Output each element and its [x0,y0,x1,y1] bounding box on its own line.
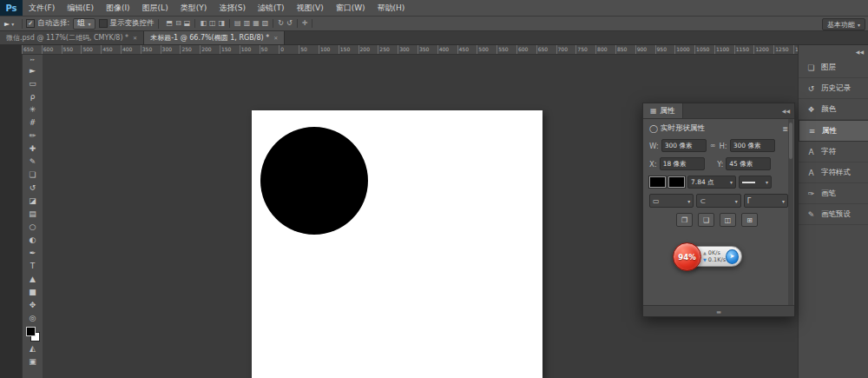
link-dimensions-icon[interactable]: ∞ [709,142,717,149]
menu-item-1[interactable]: 文件(F) [23,0,61,16]
zoom-tool[interactable]: ◎ [23,311,43,324]
distribute-top-icon[interactable]: ▤ [234,19,241,28]
clone-stamp-tool[interactable]: ❏ [23,168,43,181]
foreground-color-swatch[interactable] [26,327,36,336]
fill-color-swatch[interactable] [649,176,666,188]
boost-button[interactable]: ➤ [726,249,739,264]
quick-selection-tool[interactable]: ✳ [23,103,43,116]
document-canvas[interactable] [252,110,542,378]
distribute-bottom-icon[interactable]: ▦ [253,19,260,28]
shape-op-button-4[interactable]: ⊞ [741,213,758,227]
stroke-width-field[interactable]: 7.84 点 ▾ [687,176,736,189]
menu-item-6[interactable]: 选择(S) [213,0,252,16]
panel-menu-icon[interactable]: ≣ [782,125,788,133]
toolbar-collapse-icon[interactable]: ▸▸ [23,55,43,63]
marquee-tool[interactable]: ▭ [23,76,43,90]
menu-item-10[interactable]: 帮助(H) [372,0,411,16]
panel-button-color[interactable]: ❖颜色 [799,99,868,120]
panel-button-properties[interactable]: ≡属性 [799,120,868,142]
pen-tool[interactable]: ✒ [23,246,43,259]
gradient-tool[interactable]: ▤ [23,207,43,220]
options-icon-groups: ⬒⊟⬓◧◫◨▤▥▦▧↻↺✛ [162,19,313,28]
path-selection-tool[interactable]: ▲ [23,272,43,285]
ruler-tick-label: 500 [477,45,496,54]
distribute-middle-icon[interactable]: ▥ [244,19,251,28]
panel-button-brush[interactable]: ✑画笔 [799,183,868,204]
eraser-tool[interactable]: ◪ [23,194,43,207]
menu-item-3[interactable]: 图像(I) [100,0,136,16]
screen-mode-icon[interactable]: ▣ [23,355,43,368]
panel-button-brush-presets[interactable]: ✎画笔预设 [799,204,868,225]
network-speeds: ▲ 0K/s ▼ 0.1K/s [703,249,726,263]
horizontal-ruler[interactable]: 6506005505004504003503002502001501005005… [22,45,799,55]
lasso-tool[interactable]: ρ [23,90,43,103]
align-center-icon[interactable]: ◫ [209,19,216,28]
shape-tool[interactable]: ■ [23,285,43,298]
align-bottom-icon[interactable]: ⬓ [184,19,191,28]
ruler-tick-label: 350 [141,45,161,54]
tool-preset-picker[interactable]: ► ▾ [0,20,18,28]
align-middle-icon[interactable]: ⊟ [175,19,181,28]
scrollbar-thumb[interactable] [789,123,792,159]
panel-button-history[interactable]: ↺历史记录 [799,78,868,99]
history-brush-tool[interactable]: ↺ [23,181,43,194]
panel-collapse-icon[interactable]: ◀◀ [782,103,794,118]
document-tab-2[interactable]: 未标题-1 @ 66.7%(椭圆 1, RGB/8) *✕ [144,31,285,44]
menu-item-9[interactable]: 窗口(W) [330,0,372,16]
stroke-color-swatch[interactable] [668,176,685,188]
ellipse-shape-layer[interactable] [260,127,368,235]
workspace-switcher-button[interactable]: 基本功能 ▾ [822,18,865,30]
shape-op-button-2[interactable]: ❏ [698,213,714,227]
auto-select-target-dropdown[interactable]: 组 ▾ [73,18,95,30]
eyedropper-tool[interactable]: ✏ [23,129,43,142]
dodge-tool[interactable]: ◐ [23,233,43,246]
menu-item-5[interactable]: 类型(Y) [174,0,214,16]
stroke-style-dropdown[interactable]: ▾ [739,176,772,189]
panel-button-character[interactable]: A字符 [799,142,868,162]
brush-tool[interactable]: ✎ [23,155,43,168]
document-tab-1[interactable]: 微信.psd @ 117%(二维码, CMYK/8) *✕ [0,31,144,44]
blur-tool[interactable]: ○ [23,220,43,233]
tab-properties[interactable]: ▦ 属性 [643,103,683,118]
move-tool[interactable]: ► [23,63,43,76]
dock-collapse-icon[interactable]: ◀◀ [799,45,868,57]
type-tool[interactable]: T [23,259,43,272]
shape-op-button-1[interactable]: ❐ [676,213,693,227]
color-swatches[interactable] [23,326,43,342]
x-field[interactable]: 18 像素 [660,157,705,170]
crop-tool[interactable]: # [23,116,43,129]
dock-item-label: 颜色 [821,104,836,115]
quick-mask-icon[interactable]: ◭ [23,342,43,355]
y-field[interactable]: 45 像素 [726,157,771,170]
height-field[interactable]: 300 像素 [730,139,775,152]
stroke-align-dropdown[interactable]: ▭▾ [649,194,694,208]
align-right-icon[interactable]: ◨ [219,19,226,28]
panel-button-character-styles[interactable]: A字符样式 [799,162,868,183]
align-top-icon[interactable]: ⬒ [167,19,174,28]
stroke-caps-dropdown[interactable]: ⊂▾ [696,194,740,208]
auto-select-checkbox[interactable]: ✓ 自动选择: [26,18,69,29]
close-icon[interactable]: ✕ [273,35,278,41]
close-icon[interactable]: ✕ [133,35,137,41]
menu-item-8[interactable]: 视图(V) [290,0,329,16]
panel-scrollbar[interactable] [788,119,793,305]
auto-align-icon[interactable]: ↻ [278,19,284,28]
shape-op-button-3[interactable]: ◫ [720,213,736,227]
width-field[interactable]: 300 像素 [661,139,707,152]
align-left-icon[interactable]: ◧ [200,19,207,28]
panel-button-layers[interactable]: ❏图层 [799,57,868,78]
panel-resize-grip[interactable]: ▬ [643,305,794,316]
3d-mode-icon[interactable]: ↺ [286,19,293,28]
checkbox-check-icon[interactable]: ✓ [26,19,35,28]
checkbox-icon[interactable] [99,19,108,28]
menu-item-4[interactable]: 图层(L) [136,0,174,16]
distribute-left-icon[interactable]: ▧ [262,19,269,28]
hand-tool[interactable]: ✥ [23,298,43,311]
menu-item-2[interactable]: 编辑(E) [61,0,100,16]
memory-usage-ball[interactable]: 94% [673,242,701,271]
stroke-corners-dropdown[interactable]: Γ▾ [744,194,788,208]
healing-brush-tool[interactable]: ✚ [23,142,43,155]
3d-axis-icon[interactable]: ✛ [302,19,308,28]
menu-item-7[interactable]: 滤镜(T) [252,0,291,16]
show-transform-checkbox[interactable]: 显示变换控件 [99,18,155,29]
